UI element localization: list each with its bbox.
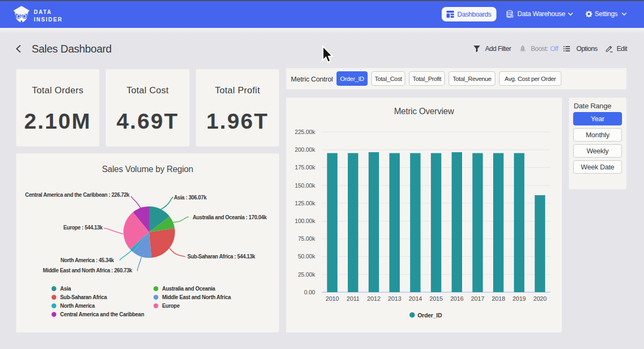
svg-text:150.00k: 150.00k: [295, 182, 315, 189]
svg-text:Order_ID: Order_ID: [418, 312, 442, 318]
svg-text:0.00: 0.00: [304, 289, 315, 295]
svg-text:100.00k: 100.00k: [295, 218, 315, 224]
svg-text:2019: 2019: [513, 295, 526, 302]
svg-text:2016: 2016: [450, 295, 464, 302]
svg-text:225.00k: 225.00k: [295, 129, 315, 135]
svg-text:2012: 2012: [367, 295, 380, 302]
svg-text:200.00k: 200.00k: [295, 146, 315, 153]
svg-text:2017: 2017: [471, 295, 485, 302]
svg-text:2014: 2014: [409, 295, 423, 302]
svg-text:2020: 2020: [533, 295, 547, 302]
svg-text:75.00k: 75.00k: [298, 235, 316, 242]
svg-text:2018: 2018: [492, 295, 505, 302]
svg-text:125.00k: 125.00k: [295, 200, 315, 206]
svg-text:2013: 2013: [388, 295, 401, 302]
svg-text:2011: 2011: [347, 295, 360, 302]
svg-text:25.00k: 25.00k: [298, 271, 316, 278]
svg-text:175.00k: 175.00k: [295, 164, 315, 170]
svg-text:2015: 2015: [429, 295, 443, 302]
svg-text:50.00k: 50.00k: [298, 253, 316, 259]
svg-text:2010: 2010: [326, 295, 339, 302]
